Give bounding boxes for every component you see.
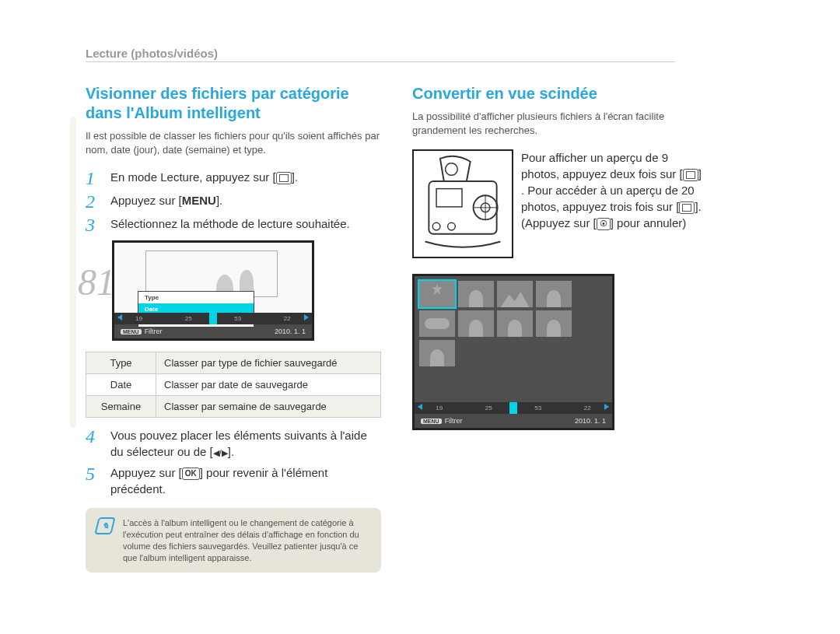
- step-5: 5 Appuyez sur [OK] pour revenir à l'élém…: [86, 464, 381, 497]
- ruler-tick: 22: [584, 405, 591, 412]
- ruler-tick: 19: [436, 405, 443, 412]
- triangle-left-icon: [117, 314, 122, 321]
- ok-button-icon: OK: [182, 468, 200, 480]
- thumbnail: [419, 340, 455, 366]
- lcd-menu: MENUFiltrer: [421, 417, 463, 425]
- thumbnail: [536, 281, 572, 307]
- ruler-tick: 25: [485, 405, 492, 412]
- thumbnail-selected: [419, 281, 455, 307]
- split-view-instructions: Pour afficher un aperçu de 9 photos, app…: [521, 149, 708, 258]
- screen-icon: [679, 201, 695, 214]
- table-row: Type Classer par type de fichier sauvega…: [86, 352, 381, 374]
- step-4: 4 Vous pouvez placer les éléments suivan…: [86, 427, 381, 460]
- intro-text: La possibilité d'afficher plusieurs fich…: [412, 110, 708, 137]
- screen-icon: [276, 172, 292, 184]
- svg-point-6: [432, 222, 440, 230]
- thumbnail: [497, 281, 533, 307]
- triangle-left-icon: [418, 404, 422, 410]
- step-number: 4: [86, 427, 100, 460]
- screen-icon: [683, 169, 698, 181]
- lcd-photo-frame: [145, 250, 278, 297]
- step-number: 3: [86, 215, 100, 234]
- note-icon: ✎: [94, 517, 115, 534]
- step-1: 1 En mode Lecture, appuyez sur [].: [86, 169, 381, 187]
- lcd-ruler: 19 25 53 22: [114, 313, 312, 324]
- silhouette-icon: [547, 320, 561, 337]
- right-column: Convertir en vue scindée La possibilité …: [412, 84, 708, 573]
- silhouette-icon: [469, 290, 483, 307]
- triangle-right-icon: [604, 404, 609, 410]
- step-text: En mode Lecture, appuyez sur [].: [110, 169, 298, 187]
- ruler-marker: [209, 313, 217, 324]
- triangle-right-icon: [304, 314, 309, 321]
- table-row: Semaine Classer par semaine de sauvegard…: [86, 396, 381, 418]
- step-text-part: Appuyez sur: [110, 194, 179, 207]
- breadcrumb: Lecture (photos/vidéos): [86, 47, 675, 62]
- thumbnail: [419, 310, 455, 337]
- lcd-menu: MENUFiltrer: [121, 328, 163, 335]
- ruler-marker: [509, 402, 517, 414]
- filter-label: Filtrer: [445, 417, 463, 425]
- table-cell-value: Classer par type de fichier sauvegardé: [156, 352, 381, 374]
- lcd-statusbar: MENUFiltrer 2010. 1. 1: [415, 414, 612, 428]
- thumbnail: [458, 310, 494, 337]
- lcd-date: 2010. 1. 1: [275, 328, 306, 335]
- popup-row-type: Type: [138, 292, 254, 303]
- silhouette-icon: [469, 320, 483, 337]
- ruler-tick: 25: [185, 315, 192, 322]
- menu-label: MENU: [182, 194, 216, 207]
- left-right-arrows-icon: [213, 445, 228, 458]
- steps-list-cont: 4 Vous pouvez placer les éléments suivan…: [86, 427, 381, 497]
- thumbnail-grid: [415, 276, 612, 371]
- section-heading-split-view: Convertir en vue scindée: [412, 84, 708, 103]
- left-column: Visionner des fichiers par catégorie dan…: [86, 84, 381, 573]
- step-number: 2: [86, 192, 100, 211]
- table-cell-value: Classer par date de sauvegarde: [156, 374, 381, 396]
- section-heading-smart-album: Visionner des fichiers par catégorie dan…: [86, 84, 381, 123]
- step-text-part: Vous pouvez placer les éléments suivants…: [110, 429, 367, 458]
- step-text: Appuyez sur [MENU].: [110, 192, 222, 211]
- ruler-tick: 53: [234, 315, 241, 322]
- sort-options-table: Type Classer par type de fichier sauvega…: [86, 352, 381, 418]
- svg-point-7: [448, 222, 456, 230]
- table-cell-key: Type: [86, 352, 156, 374]
- table-cell-value: Classer par semaine de sauvegarde: [156, 396, 381, 418]
- intro-text: Il est possible de classer les fichiers …: [86, 129, 381, 156]
- lcd-empty-area: [415, 371, 612, 402]
- table-row: Date Classer par date de sauvegarde: [86, 374, 381, 396]
- menu-button-icon: MENU: [421, 419, 442, 424]
- ruler-tick: 19: [135, 315, 142, 322]
- silhouette-icon: [240, 270, 254, 293]
- text-part: pour annuler): [614, 216, 686, 229]
- step-text-part: Appuyez sur: [110, 466, 179, 479]
- lcd-preview-thumbnails: 19 25 53 22 MENUFiltrer 2010. 1. 1: [412, 274, 614, 430]
- silhouette-icon: [547, 290, 561, 307]
- thumbnail: [497, 310, 533, 337]
- silhouette-icon: [430, 349, 444, 366]
- table-cell-key: Semaine: [86, 396, 156, 418]
- step-number: 5: [86, 464, 100, 497]
- thumbnail: [536, 310, 572, 337]
- menu-button-icon: MENU: [121, 329, 142, 335]
- filter-label: Filtrer: [145, 328, 163, 335]
- step-text-part: En mode Lecture, appuyez sur: [110, 170, 272, 184]
- table-cell-key: Date: [86, 374, 156, 396]
- step-text: Vous pouvez placer les éléments suivants…: [110, 427, 381, 460]
- lcd-date: 2010. 1. 1: [575, 417, 606, 425]
- lcd-ruler: 19 25 53 22: [415, 402, 612, 414]
- ruler-tick: 53: [534, 405, 541, 412]
- step-2: 2 Appuyez sur [MENU].: [86, 192, 381, 211]
- step-3: 3 Sélectionnez la méthode de lecture sou…: [86, 215, 381, 234]
- thumbnail: [458, 281, 494, 307]
- lcd-canvas: Type Date Semaine: [114, 243, 312, 313]
- note-text: L'accès à l'album intelligent ou le chan…: [123, 517, 370, 563]
- camera-illustration-row: Pour afficher un aperçu de 9 photos, app…: [412, 149, 708, 258]
- ruler-tick: 22: [284, 315, 291, 322]
- text-part: Pour afficher un aperçu de 9 photos, app…: [521, 151, 679, 180]
- text-part: (Appuyez sur: [521, 216, 593, 229]
- record-dot-icon: [597, 218, 611, 230]
- step-text: Appuyez sur [OK] pour revenir à l'élémen…: [110, 464, 381, 497]
- text-part: . Pour accéder à un aperçu de 20 photos,…: [521, 184, 695, 213]
- page-number: 81: [78, 261, 115, 303]
- lcd-preview-smart-album: Type Date Semaine 19 25 53 22 MENUFiltre…: [112, 240, 314, 341]
